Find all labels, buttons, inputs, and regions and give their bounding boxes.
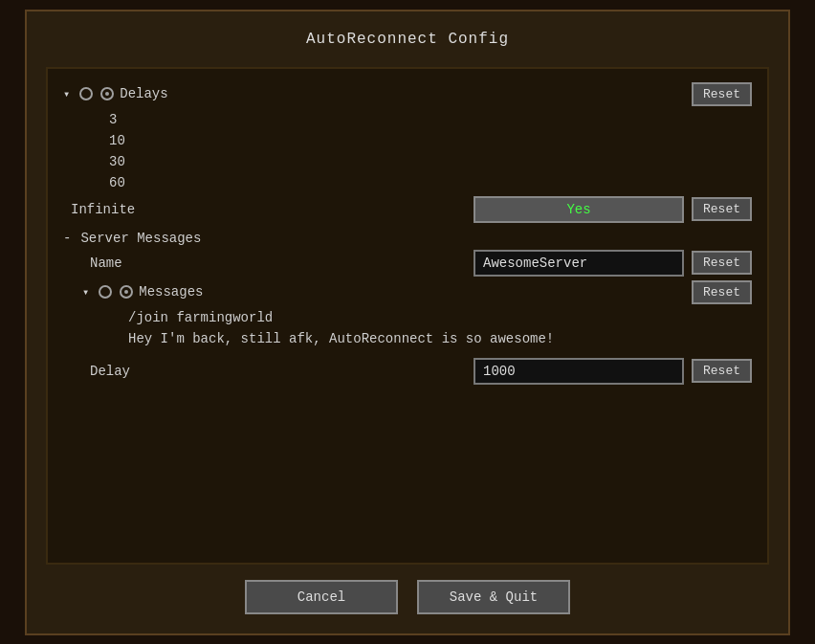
name-input[interactable] (474, 250, 684, 277)
server-messages-label: - Server Messages (63, 231, 201, 246)
message-item-2: Hey I'm back, still afk, AutoReconnect i… (101, 329, 752, 348)
delays-reset-button[interactable]: Reset (692, 82, 752, 106)
delays-label: ▾ Delays (63, 86, 168, 101)
server-messages-dash: - (63, 231, 71, 246)
name-controls: Reset (474, 250, 752, 277)
infinite-toggle-button[interactable]: Yes (474, 196, 684, 223)
messages-header: ▾ Messages Reset (82, 280, 752, 304)
content-area: ▾ Delays Reset 3 10 30 60 Infinite Yes R… (46, 67, 769, 565)
delays-list: 3 10 30 60 (63, 110, 752, 192)
server-messages-text: Server Messages (80, 231, 201, 246)
delays-section-header: ▾ Delays Reset (63, 82, 752, 106)
dialog-title: AutoReconnect Config (46, 31, 769, 48)
delay-row: Delay Reset (63, 358, 752, 385)
messages-arrow-icon: ▾ (82, 285, 89, 300)
delay-label: Delay (82, 364, 130, 379)
delays-text: Delays (120, 86, 167, 101)
messages-list: /join farmingworld Hey I'm back, still a… (82, 308, 752, 348)
infinite-row: Infinite Yes Reset (63, 196, 752, 223)
delay-input[interactable] (474, 358, 684, 385)
server-messages-header: - Server Messages (63, 231, 752, 246)
messages-text: Messages (139, 284, 203, 300)
cancel-button[interactable]: Cancel (245, 580, 398, 614)
delays-circle-inner-icon (100, 87, 114, 100)
infinite-reset-button[interactable]: Reset (692, 197, 752, 221)
delay-item-2: 10 (82, 131, 752, 150)
delays-arrow-icon: ▾ (63, 87, 70, 101)
delay-item-4: 60 (82, 173, 752, 192)
message-item-1: /join farmingworld (101, 308, 752, 327)
name-label: Name (82, 255, 122, 271)
messages-reset-button[interactable]: Reset (692, 280, 752, 304)
footer: Cancel Save & Quit (46, 580, 769, 614)
config-dialog: AutoReconnect Config ▾ Delays Reset 3 10… (25, 10, 790, 635)
delay-reset-button[interactable]: Reset (692, 359, 752, 383)
delay-item-1: 3 (82, 110, 752, 129)
messages-circle-inner-icon (120, 285, 133, 299)
messages-label: ▾ Messages (82, 284, 203, 300)
name-reset-button[interactable]: Reset (692, 251, 752, 275)
infinite-label: Infinite (63, 202, 135, 217)
save-quit-button[interactable]: Save & Quit (417, 580, 570, 614)
messages-section: ▾ Messages Reset /join farmingworld Hey … (63, 280, 752, 348)
messages-circle-icon (99, 285, 112, 299)
delay-controls: Reset (474, 358, 752, 385)
delays-circle-icon (79, 87, 93, 100)
delay-item-3: 30 (82, 152, 752, 171)
infinite-controls: Yes Reset (474, 196, 752, 223)
name-row: Name Reset (63, 250, 752, 277)
